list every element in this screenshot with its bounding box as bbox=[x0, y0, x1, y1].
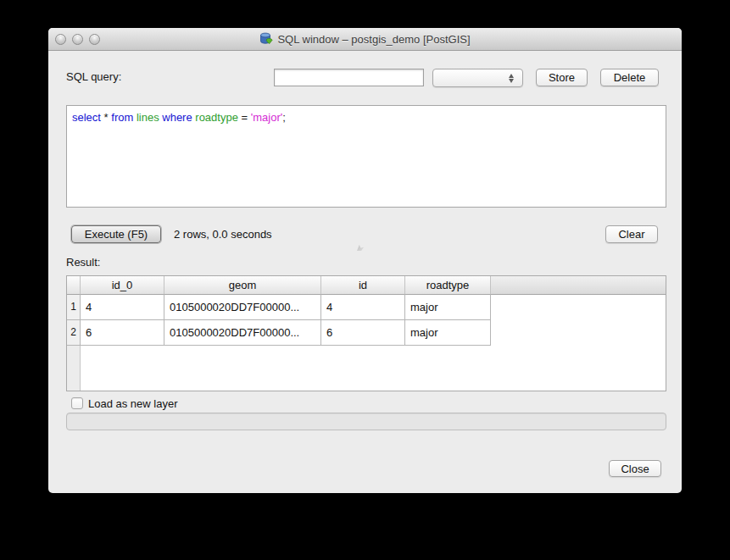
table-body: 140105000020DD7F00000...4major2601050000… bbox=[67, 295, 666, 346]
table-corner-header[interactable] bbox=[67, 276, 81, 295]
delete-button[interactable]: Delete bbox=[600, 69, 659, 86]
layer-name-input bbox=[66, 413, 666, 430]
result-label: Result: bbox=[66, 256, 100, 269]
stepper-arrows-icon bbox=[509, 73, 515, 84]
sql-token-plain: * bbox=[101, 111, 111, 124]
minimize-window-button[interactable] bbox=[72, 34, 83, 45]
table-cell[interactable]: 0105000020DD7F00000... bbox=[164, 320, 321, 346]
column-header-id[interactable]: id bbox=[321, 276, 405, 295]
execute-button[interactable]: Execute (F5) bbox=[71, 225, 161, 243]
column-header-id_0[interactable]: id_0 bbox=[81, 276, 164, 295]
store-button[interactable]: Store bbox=[536, 69, 588, 86]
sql-token-string: 'major' bbox=[251, 111, 282, 124]
table-cell[interactable]: major bbox=[405, 320, 491, 346]
table-cell[interactable]: 0105000020DD7F00000... bbox=[164, 295, 321, 320]
sql-window: SQL window – postgis_demo [PostGIS] SQL … bbox=[48, 28, 682, 493]
sql-query-text: select * from lines where roadtype = 'ma… bbox=[67, 106, 666, 124]
sql-token-keyword: from bbox=[111, 111, 133, 124]
database-icon bbox=[259, 32, 273, 46]
sql-query-label: SQL query: bbox=[66, 70, 121, 83]
table-cell[interactable]: 4 bbox=[321, 295, 405, 320]
zoom-window-button[interactable] bbox=[89, 34, 100, 45]
header-filler bbox=[491, 276, 666, 295]
titlebar[interactable]: SQL window – postgis_demo [PostGIS] bbox=[48, 28, 682, 51]
query-status-text: 2 rows, 0.0 seconds bbox=[174, 228, 272, 241]
stored-query-select[interactable] bbox=[432, 69, 523, 87]
sql-token-plain: ; bbox=[282, 111, 286, 124]
load-layer-label: Load as new layer bbox=[88, 397, 178, 410]
sql-token-identifier: roadtype bbox=[195, 111, 238, 124]
column-header-geom[interactable]: geom bbox=[164, 276, 321, 295]
clear-button[interactable]: Clear bbox=[605, 225, 658, 243]
load-layer-checkbox[interactable] bbox=[71, 397, 83, 409]
window-title: SQL window – postgis_demo [PostGIS] bbox=[277, 33, 470, 46]
row-number-header[interactable]: 1 bbox=[67, 295, 81, 320]
close-window-button[interactable] bbox=[55, 34, 66, 45]
table-cell[interactable]: 6 bbox=[81, 320, 164, 346]
row-header-strip bbox=[67, 346, 81, 391]
close-button[interactable]: Close bbox=[609, 460, 661, 477]
sql-token-keyword: select bbox=[72, 111, 101, 124]
mouse-cursor bbox=[357, 245, 364, 251]
sql-token-identifier: lines bbox=[137, 111, 159, 124]
table-cell[interactable]: major bbox=[405, 295, 491, 320]
table-header-row: id_0geomidroadtype bbox=[67, 276, 666, 295]
sql-editor[interactable]: select * from lines where roadtype = 'ma… bbox=[66, 105, 666, 208]
query-name-input[interactable] bbox=[274, 69, 424, 86]
row-number-header[interactable]: 2 bbox=[67, 320, 81, 346]
sql-token-plain: = bbox=[238, 111, 251, 124]
traffic-lights bbox=[55, 34, 100, 45]
table-row[interactable]: 140105000020DD7F00000...4major bbox=[67, 295, 666, 320]
result-table[interactable]: id_0geomidroadtype 140105000020DD7F00000… bbox=[66, 275, 666, 391]
column-header-roadtype[interactable]: roadtype bbox=[405, 276, 491, 295]
table-cell[interactable]: 6 bbox=[321, 320, 405, 346]
sql-token-keyword: where bbox=[162, 111, 192, 124]
table-row[interactable]: 260105000020DD7F00000...6major bbox=[67, 320, 666, 346]
table-cell[interactable]: 4 bbox=[81, 295, 164, 320]
